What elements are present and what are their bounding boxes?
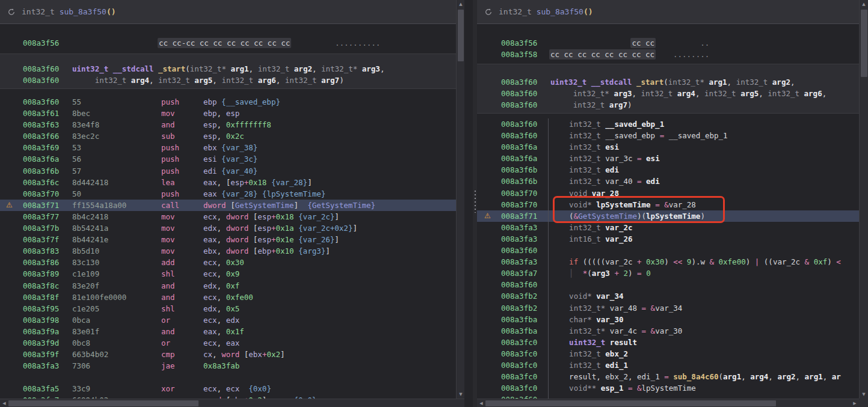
right-vscroll-thumb[interactable] [861,10,867,77]
right-horizontal-scrollbar[interactable]: ◀ ▶ [477,399,859,407]
left-vscroll-thumb[interactable] [458,10,464,61]
disasm-row[interactable] [0,372,464,383]
code-token: __saved_ebp [605,131,655,140]
hlil-row[interactable]: 008a3f6a int32_t var_3c = esi [477,153,859,164]
signature-row[interactable]: 008a3f60 int32_t arg7) [477,99,859,111]
disasm-row[interactable]: ⚠008a3f71ff1554a18a00calldword [GetSyste… [0,200,464,211]
right-hscroll-thumb[interactable] [485,400,776,406]
code-token: () [583,7,593,16]
code-token: arg7 [609,100,627,109]
code-token: , [249,64,258,73]
code-token: , [796,372,805,381]
byte-row[interactable]: 008a3f56cc cc-cc cc cc cc cc cc cc cc...… [0,37,464,49]
hlil-row[interactable]: 008a3fa7 │ *(arg3 + 2) = 0 [477,268,859,279]
splitter-grip-icon[interactable] [474,190,476,213]
hlil-row[interactable]: 008a3fc0 int32_t edi_1 [477,360,859,371]
signature-code: uint32_t __stdcall _start(int32_t* arg1,… [72,63,384,75]
disasm-row[interactable]: 008a3f9a83e01fandeax, 0x1f [0,326,464,337]
signature-row[interactable]: 008a3f60 int32_t* arg3, int32_t arg4, in… [477,88,859,99]
code-token: GetSystemTime [578,212,637,221]
hlil-row[interactable]: 008a3fc0 int32_t ebx_2 [477,348,859,360]
left-hscroll-thumb[interactable] [8,400,199,406]
disasm-row[interactable]: 008a3f6383e4f8andesp, 0xfffffff8 [0,119,464,130]
code-token: var_3c [605,154,632,163]
operands: edx, dword [esp+0x1a {var_2c+0x2}] [203,222,357,234]
address: 008a3f6a [501,141,537,153]
right-function-header[interactable]: int32_t sub_8a3f50() [477,0,859,24]
disasm-row[interactable]: 008a3f6953pushebx {var_38} [0,142,464,153]
hlil-row[interactable]: 008a3fc0 result, ebx_2, edi_1 = sub_8a4c… [477,371,859,382]
scroll-down-arrow[interactable]: ▼ [457,390,464,399]
scroll-down-arrow[interactable]: ▼ [860,390,868,399]
hlil-row[interactable]: 008a3f60 [477,245,859,256]
signature-row[interactable]: 008a3f60uint32_t __stdcall _start(int32_… [0,63,464,75]
operands: eax, [esp+0x18 {var_28}] [203,177,312,188]
disasm-row[interactable]: 008a3f7b8b54241amovedx, dword [esp+0x1a … [0,222,464,234]
disasm-row[interactable]: 008a3f95c1e205shledx, 0x5 [0,303,464,314]
hlil-row[interactable]: 008a3fa3 int16_t var_26 [477,233,859,245]
scroll-up-arrow[interactable]: ▲ [457,0,464,8]
code-token: sub_8a4c60 [673,372,718,381]
hlil-row[interactable]: 008a3fa3 if (((((var_2c + 0x30) << 9).w … [477,256,859,268]
disasm-row[interactable]: 008a3f778b4c2418movecx, dword [esp+0x18 … [0,211,464,222]
disasm-row[interactable]: 008a3f6683ec2csubesp, 0x2c [0,130,464,142]
scroll-left-arrow[interactable]: ◀ [477,399,485,407]
code-token: var_28 [592,189,619,198]
hlil-row[interactable]: 008a3f70 void var_28 [477,188,859,199]
disasm-row[interactable]: 008a3f838b5d10movebx, dword [ebp+0x10 {a… [0,245,464,257]
hlil-code: int32_t edi_1 [548,360,628,371]
scroll-up-arrow[interactable]: ▲ [860,0,868,8]
hlil-row[interactable]: 008a3f6a int32_t esi [477,141,859,153]
byte-chip: cc cc-cc cc cc cc cc cc cc cc [158,38,291,48]
disasm-row[interactable]: 008a3f9d0bc8orecx, eax [0,337,464,349]
left-horizontal-scrollbar[interactable]: ◀ ▶ [0,399,464,407]
hlil-row[interactable]: 008a3f6b int32_t edi [477,164,859,176]
hlil-row[interactable]: 008a3fb2 void* var_34 [477,290,859,302]
byte-row[interactable]: 008a3f56 cc cc .. [477,37,859,49]
right-vertical-scrollbar[interactable]: ▲ ▼ [859,0,868,399]
scroll-left-arrow[interactable]: ◀ [0,399,8,407]
byte-row[interactable]: 008a3f58cc cc cc cc cc cc cc cc........ [477,49,859,60]
disasm-row[interactable]: 008a3f6a56pushesi {var_3c} [0,153,464,165]
hlil-row[interactable]: 008a3fa3 int32_t var_2c [477,222,859,233]
disasm-row[interactable]: 008a3f7050pusheax {var_28} {lpSystemTime… [0,188,464,200]
hlil-row[interactable]: ⚠008a3f71 (&GetSystemTime)(lpSystemTime) [477,210,859,222]
disasm-row[interactable]: 008a3fa37306jae0x8a3fab [0,360,464,372]
hlil-row[interactable]: 008a3fba int32_t* var_4c = &var_30 [477,325,859,337]
code-token: uint32_t [569,338,605,347]
hlil-row[interactable]: 008a3fb2 int32_t* var_48 = &var_34 [477,302,859,314]
signature-row[interactable]: 008a3f60 int32_t arg4, int32_t arg5, int… [0,75,464,86]
refresh-icon[interactable] [7,8,16,16]
disasm-row[interactable]: 008a3f8c83e20fandedx, 0xf [0,280,464,292]
hlil-row[interactable]: 008a3fc0 uint32_t result [477,337,859,348]
hlil-row[interactable]: 008a3fc0 void** esp_1 = &lpSystemTime [477,382,859,394]
disasm-row[interactable]: 008a3f8683c130addecx, 0x30 [0,257,464,268]
disasm-row[interactable]: 008a3f89c1e109shlecx, 0x9 [0,268,464,280]
hlil-row[interactable]: 008a3f60 int32_t __saved_ebp = __saved_e… [477,130,859,141]
hlil-row[interactable]: 008a3f70 void* lpSystemTime = &var_28 [477,199,859,210]
disasm-row[interactable]: 008a3fa533c9xorecx, ecx {0x0} [0,383,464,394]
hlil-row[interactable]: 008a3f60 [477,279,859,290]
disasm-row[interactable]: 008a3f6055pushebp {__saved_ebp} [0,96,464,108]
code-token: 0xf [814,257,828,266]
pane-splitter[interactable] [473,0,477,407]
disasm-row[interactable]: 008a3f618becmovebp, esp [0,108,464,119]
left-function-header[interactable]: int32_t sub_8a3f50() [0,0,464,24]
scroll-right-arrow[interactable]: ▶ [851,399,859,407]
disasm-row[interactable]: 008a3f6c8d442418leaeax, [esp+0x18 {var_2… [0,177,464,188]
hlil-row[interactable]: 008a3f60 [477,394,859,399]
refresh-icon[interactable] [484,8,493,16]
address: 008a3f89 [23,268,59,280]
signature-row[interactable]: 008a3f60uint32_t __stdcall _start(int32_… [477,76,859,88]
disasm-row[interactable]: 008a3f980bcaorecx, edx [0,314,464,326]
code-token: esi [605,142,619,151]
disasm-row[interactable]: 008a3f9f663b4b02cmpcx, word [ebx+0x2] [0,349,464,360]
hlil-row[interactable]: 008a3f6b int32_t var_40 = edi [477,176,859,187]
disasm-row[interactable]: 008a3f7f8b44241emoveax, dword [esp+0x1e … [0,234,464,245]
disasm-row[interactable]: 008a3f8f81e100fe0000andecx, 0xfe00 [0,292,464,303]
disasm-row[interactable]: 008a3f6b57pushedi {var_40} [0,165,464,177]
hlil-row[interactable]: 008a3fba char* var_30 [477,314,859,325]
code-token: 0xfe00 [719,257,746,266]
left-vertical-scrollbar[interactable]: ▲ ▼ [456,0,464,399]
hlil-row[interactable]: 008a3f60 int32_t __saved_ebp_1 [477,118,859,130]
